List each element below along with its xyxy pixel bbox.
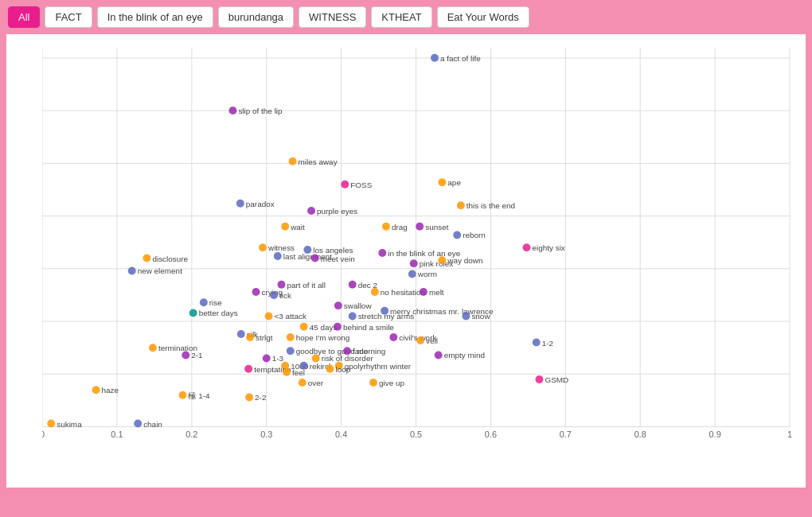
svg-point-124 xyxy=(533,339,541,347)
svg-point-62 xyxy=(259,243,267,251)
svg-text:0.6: 0.6 xyxy=(485,430,497,439)
svg-point-122 xyxy=(416,336,424,344)
svg-text:paradox: paradox xyxy=(246,200,275,208)
svg-text:this is the end: this is the end xyxy=(467,201,515,210)
tab-fact[interactable]: FACT xyxy=(45,6,92,28)
svg-point-60 xyxy=(453,231,461,239)
svg-text:1: 1 xyxy=(787,430,792,439)
svg-text:0.3: 0.3 xyxy=(260,430,272,439)
svg-point-128 xyxy=(287,347,295,355)
svg-text:0.2: 0.2 xyxy=(185,430,197,439)
svg-text:witness: witness xyxy=(267,243,295,252)
svg-text:meet vein: meet vein xyxy=(321,255,355,263)
svg-point-116 xyxy=(246,333,254,341)
svg-text:0.4: 0.4 xyxy=(335,430,347,439)
svg-point-108 xyxy=(462,312,470,320)
svg-point-154 xyxy=(299,379,306,387)
svg-text:wait: wait xyxy=(290,223,305,231)
tab-in-the-blink-of-an-eye[interactable]: In the blink of an eye xyxy=(97,6,213,28)
svg-text:1-2: 1-2 xyxy=(542,339,554,348)
svg-text:melt: melt xyxy=(429,288,444,297)
svg-point-44 xyxy=(341,181,349,189)
svg-point-102 xyxy=(189,309,197,317)
svg-point-148 xyxy=(283,368,291,376)
svg-text:0.1: 0.1 xyxy=(111,430,123,439)
tab-eat-your-words[interactable]: Eat Your Words xyxy=(437,6,529,28)
svg-point-138 xyxy=(435,351,443,359)
svg-text:drag: drag xyxy=(392,223,408,231)
svg-point-38 xyxy=(431,54,439,62)
svg-point-166 xyxy=(134,420,142,428)
svg-point-164 xyxy=(47,420,55,428)
svg-point-118 xyxy=(287,333,295,341)
svg-text:miles away: miles away xyxy=(299,157,338,166)
svg-text:0.9: 0.9 xyxy=(709,430,721,439)
svg-text:0: 0 xyxy=(42,430,45,439)
svg-text:purple eyes: purple eyes xyxy=(317,207,357,216)
svg-point-86 xyxy=(349,281,357,289)
svg-text:haze: haze xyxy=(102,386,119,395)
svg-point-134 xyxy=(263,354,271,362)
svg-point-52 xyxy=(457,201,465,209)
svg-text:ape: ape xyxy=(447,178,461,187)
tab-ktheat[interactable]: KTHEAT xyxy=(371,6,431,28)
svg-point-96 xyxy=(200,298,208,306)
svg-point-92 xyxy=(371,288,379,296)
svg-text:極 1-4: 極 1-4 xyxy=(188,391,210,400)
svg-text:veil: veil xyxy=(426,336,438,345)
svg-point-158 xyxy=(92,386,100,394)
svg-text:0.5: 0.5 xyxy=(410,430,422,439)
svg-text:behind a smile: behind a smile xyxy=(343,323,394,332)
svg-text:give up: give up xyxy=(379,379,404,387)
svg-text:rise: rise xyxy=(209,298,222,307)
svg-text:tick: tick xyxy=(279,291,291,300)
tab-burundanga[interactable]: burundanga xyxy=(218,6,294,28)
svg-text:FOSS: FOSS xyxy=(350,181,372,189)
svg-text:stretch my arms: stretch my arms xyxy=(358,312,415,321)
svg-point-110 xyxy=(300,323,308,331)
svg-text:reborn: reborn xyxy=(463,231,486,239)
svg-point-98 xyxy=(334,301,342,309)
svg-point-150 xyxy=(326,365,334,373)
svg-point-74 xyxy=(143,255,151,262)
svg-text:<3 attack: <3 attack xyxy=(274,312,306,321)
tab-bar: AllFACTIn the blink of an eyeburundangaW… xyxy=(0,0,812,34)
svg-point-66 xyxy=(274,252,282,260)
svg-point-58 xyxy=(416,223,424,231)
svg-point-112 xyxy=(334,323,342,331)
svg-text:sukima: sukima xyxy=(57,420,82,429)
svg-point-106 xyxy=(349,312,357,320)
tab-witness[interactable]: WITNESS xyxy=(299,6,366,28)
svg-text:2-1: 2-1 xyxy=(191,351,203,360)
svg-point-40 xyxy=(228,107,236,115)
svg-text:snow: snow xyxy=(471,312,490,321)
svg-text:better days: better days xyxy=(199,309,238,317)
svg-point-54 xyxy=(281,223,289,231)
svg-point-162 xyxy=(245,393,253,401)
tab-all[interactable]: All xyxy=(8,6,40,28)
svg-text:over: over xyxy=(308,379,324,387)
svg-point-78 xyxy=(438,256,446,264)
svg-text:loop: loop xyxy=(335,365,350,374)
svg-text:gpolyrhythm winter: gpolyrhythm winter xyxy=(345,362,412,371)
svg-point-82 xyxy=(408,270,416,278)
svg-text:swallow: swallow xyxy=(344,301,373,310)
svg-text:feel: feel xyxy=(292,368,305,377)
svg-text:eighty six: eighty six xyxy=(532,243,564,252)
svg-point-156 xyxy=(369,379,377,387)
svg-text:worm: worm xyxy=(417,270,437,278)
svg-point-146 xyxy=(244,365,252,373)
svg-text:1-3: 1-3 xyxy=(272,354,284,363)
svg-point-48 xyxy=(236,200,244,208)
scatter-plot: 0510152025303500.10.20.30.40.50.60.70.80… xyxy=(42,42,798,448)
svg-text:way down: way down xyxy=(447,256,482,265)
svg-point-72 xyxy=(523,243,531,251)
svg-point-152 xyxy=(536,375,544,383)
svg-point-120 xyxy=(389,333,397,341)
svg-text:empty mind: empty mind xyxy=(444,351,485,360)
svg-text:disclosure: disclosure xyxy=(152,255,188,263)
svg-point-56 xyxy=(382,223,390,231)
svg-point-90 xyxy=(270,291,278,299)
svg-point-88 xyxy=(252,288,260,296)
svg-point-80 xyxy=(128,266,136,274)
